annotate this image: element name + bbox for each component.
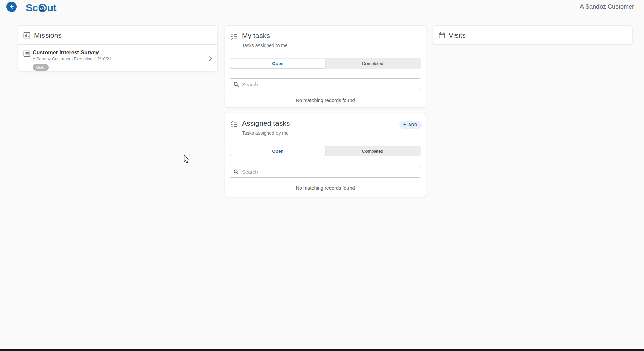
- assigned-tasks-header: Assigned tasks Tasks assigned by me + AD…: [225, 113, 426, 141]
- tab-completed[interactable]: Completed: [325, 59, 421, 68]
- assigned-tasks-search-input[interactable]: [242, 169, 417, 175]
- assigned-tasks-subtitle: Tasks assigned by me: [242, 130, 420, 136]
- mission-list-item[interactable]: Customer Interest Survey A Sandoz Custom…: [18, 45, 217, 75]
- mission-item-text: Customer Interest Survey A Sandoz Custom…: [33, 50, 111, 71]
- missions-card-header: Missions: [18, 26, 217, 44]
- my-tasks-divider: [225, 53, 426, 53]
- search-icon: [233, 81, 239, 87]
- my-tasks-empty-message: No matching records found: [230, 98, 421, 103]
- status-badge: Draft: [33, 64, 49, 71]
- arrow-left-icon: [8, 4, 15, 10]
- assigned-tasks-search-box: [230, 166, 421, 178]
- calendar-icon: [439, 32, 445, 39]
- my-tasks-subtitle: Tasks assigned to me: [242, 43, 420, 48]
- plus-icon: +: [403, 122, 406, 127]
- assigned-tasks-divider: [225, 141, 426, 141]
- logo-text-post: ut: [47, 2, 56, 14]
- my-tasks-search-input[interactable]: [242, 81, 417, 87]
- add-button-label: ADD: [408, 123, 417, 127]
- visits-card: Visits: [433, 25, 633, 45]
- my-tasks-header: My tasks Tasks assigned to me: [225, 26, 426, 53]
- mission-item-title: Customer Interest Survey: [33, 50, 111, 56]
- poll-chart-icon: [23, 32, 30, 39]
- my-tasks-filter-toggle: Open Completed: [230, 58, 421, 69]
- assigned-tasks-filter-toggle: Open Completed: [230, 146, 421, 156]
- logo-swirl-o-icon: [38, 3, 47, 15]
- mouse-cursor: [184, 154, 190, 166]
- chevron-right-icon: [208, 56, 213, 63]
- tab-open[interactable]: Open: [230, 59, 325, 68]
- checklist-icon: [230, 33, 238, 40]
- my-tasks-search-box: [230, 78, 421, 90]
- tab-open[interactable]: Open: [230, 146, 325, 156]
- tab-completed[interactable]: Completed: [325, 146, 421, 156]
- add-task-button[interactable]: + ADD: [399, 121, 422, 129]
- visits-title: Visits: [449, 31, 466, 39]
- assigned-tasks-empty-message: No matching records found: [230, 185, 421, 191]
- scout-logo: Scut: [26, 1, 56, 15]
- bottom-window-edge: [0, 349, 644, 351]
- search-icon: [233, 169, 239, 175]
- my-tasks-title: My tasks: [242, 32, 270, 40]
- list-alt-icon: [23, 50, 30, 57]
- back-button[interactable]: [6, 2, 17, 12]
- current-customer-label: A Sandoz Customer: [580, 3, 634, 11]
- mission-item-subtitle: A Sandoz Customer | Execution: 12/10/21: [33, 57, 111, 61]
- visits-card-header: Visits: [433, 26, 632, 44]
- logo-text-pre: Sc: [26, 2, 38, 14]
- missions-title: Missions: [34, 31, 62, 39]
- my-tasks-card: My tasks Tasks assigned to me Open Compl…: [225, 25, 426, 108]
- assigned-tasks-card: Assigned tasks Tasks assigned by me + AD…: [225, 113, 426, 197]
- app-header: Scut A Sandoz Customer: [0, 0, 644, 16]
- missions-card: Missions Customer Interest Survey A Sand…: [18, 25, 218, 72]
- checklist-icon: [230, 121, 238, 128]
- assigned-tasks-title: Assigned tasks: [242, 119, 290, 127]
